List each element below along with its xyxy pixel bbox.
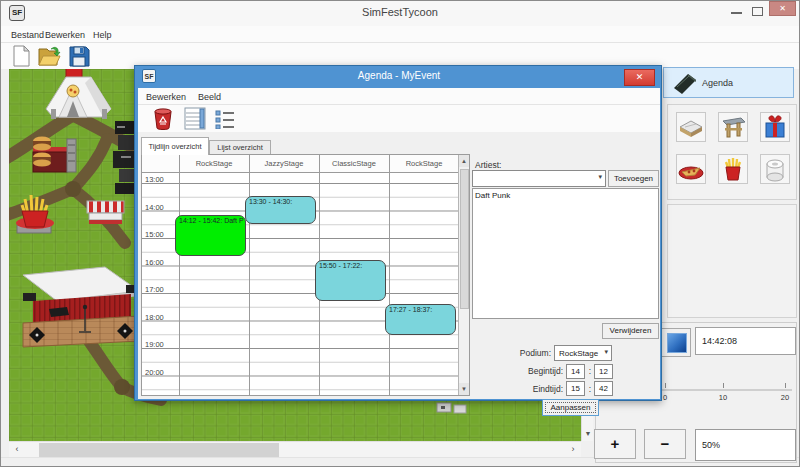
path-junction [65,181,81,197]
scrollbar-thumb[interactable] [460,169,469,309]
column-header: RockStage [389,159,459,168]
menu-bestand[interactable]: Bestand [11,30,44,40]
window-titlebar[interactable]: SF SimFestTycoon [1,1,799,26]
time-colon: : [587,384,593,394]
agenda-button-label: Agenda [702,78,733,88]
podium-label: Podium: [494,348,551,358]
small-structure[interactable] [437,403,466,413]
time-colon: : [587,366,593,376]
build-gift-button[interactable] [760,112,790,142]
zoom-out-button[interactable]: − [644,429,686,459]
gift-icon [761,113,789,141]
delete-icon[interactable] [152,107,174,130]
column-line [179,155,180,395]
time-label: 14:00 [145,203,175,212]
menu-bewerken[interactable]: Bewerken [45,30,85,40]
podium-combobox-value: RockStage [559,349,598,358]
dialog-toolbar [138,105,660,132]
main-stage[interactable] [23,267,139,347]
blue-flag-icon [667,333,687,353]
build-fries-button[interactable] [718,154,748,184]
app-window: SF SimFestTycoon ✕ Bestand Bewerken Help [0,0,800,467]
time-label: 17:00 [145,285,175,294]
time-label: 19:00 [145,340,175,349]
artist-combobox[interactable]: ▾ [472,170,606,187]
build-groupbox-2 [667,204,797,318]
schedule-event[interactable]: 13:30 - 14:30: [245,196,316,224]
scroll-down-icon[interactable]: ▼ [459,383,469,395]
slider-label: 10 [709,393,737,402]
save-file-icon[interactable] [68,45,90,67]
fries-icon [719,155,747,183]
dialog-close-button[interactable]: ✕ [624,69,655,86]
column-line [389,155,390,395]
clock-display: 14:42:08 [695,327,796,355]
podium-combobox[interactable]: RockStage ▾ [554,345,612,361]
end-minute-field[interactable]: 42 [594,381,613,396]
agenda-dialog: SF Agenda - MyEvent ✕ Bewerken Beeld [134,65,662,401]
build-stage-platform-button[interactable] [676,112,706,142]
start-time-label: Begintijd: [498,366,563,376]
scroll-up-icon[interactable]: ▲ [459,155,469,167]
agenda-book-icon [672,72,698,94]
schedule-event[interactable]: 15:50 - 17:22: [315,260,386,301]
chevron-down-icon: ▾ [598,173,602,181]
toilet-paper-icon [761,155,789,183]
end-time-label: Eindtijd: [498,384,563,394]
column-line [249,155,250,395]
striped-stall[interactable] [87,201,124,224]
gate-icon [719,113,747,141]
artist-label: Artiest: [475,160,501,170]
time-label: 13:00 [145,175,175,184]
tab-lijst-overzicht[interactable]: Lijst overzicht [209,140,271,155]
dialog-menu-bewerken[interactable]: Bewerken [146,92,186,102]
scroll-right-icon[interactable]: › [565,442,581,458]
slider-tick [723,383,724,388]
apply-button[interactable]: Aanpassen [542,399,599,416]
chevron-down-icon: ▾ [604,348,608,356]
tab-tijdlijn-overzicht[interactable]: Tijdlijn overzicht [141,137,209,155]
time-label: 18:00 [145,313,175,322]
slider-tick [665,383,666,388]
start-minute-field[interactable]: 12 [594,364,613,379]
schedule-event-selected[interactable]: 14:12 - 15:42: Daft P [175,215,246,256]
add-artist-button[interactable]: Toevoegen [608,170,659,187]
close-button[interactable]: ✕ [769,1,796,16]
scrollbar-thumb[interactable] [39,443,279,457]
end-hour-field[interactable]: 15 [566,381,585,396]
stage-platform-icon [677,113,705,141]
timeline-view-icon[interactable] [183,106,207,131]
remove-artist-button[interactable]: Verwijderen [602,323,659,339]
time-label: 15:00 [145,230,175,239]
column-header: ClassicStage [319,159,389,168]
window-title: SimFestTycoon [1,6,799,18]
minimize-button[interactable] [731,12,742,14]
build-pizza-button[interactable] [676,154,706,184]
artist-listbox[interactable]: Daft Punk [472,188,659,319]
slider-tick [785,383,786,388]
start-hour-field[interactable]: 14 [566,364,585,379]
dialog-menu-beeld[interactable]: Beeld [198,92,221,102]
build-toilet-paper-button[interactable] [760,154,790,184]
time-label: 20:00 [145,368,175,377]
build-gate-button[interactable] [718,112,748,142]
list-view-icon[interactable] [214,108,236,129]
menu-help[interactable]: Help [93,30,112,40]
path-junction [114,379,130,395]
dialog-body: Bewerken Beeld [138,88,660,399]
new-file-icon[interactable] [10,45,32,67]
agenda-button[interactable]: Agenda [663,67,794,98]
schedule-scrollbar[interactable]: ▲ ▼ [458,155,469,395]
map-horizontal-scrollbar[interactable]: ‹ › [9,441,581,457]
maximize-button[interactable] [752,7,763,16]
dialog-title: Agenda - MyEvent [135,70,663,81]
scroll-left-icon[interactable]: ‹ [9,442,25,458]
artist-list-item[interactable]: Daft Punk [475,191,510,200]
schedule-event[interactable]: 17:27 - 18:37: [385,304,456,335]
zoom-in-button[interactable]: + [594,429,636,459]
open-file-icon[interactable] [37,45,61,67]
column-header: RockStage [179,159,249,168]
dialog-titlebar[interactable]: SF Agenda - MyEvent [135,66,663,88]
time-label: 16:00 [145,258,175,267]
schedule-table[interactable]: RockStage JazzyStage ClassicStage RockSt… [141,154,470,396]
